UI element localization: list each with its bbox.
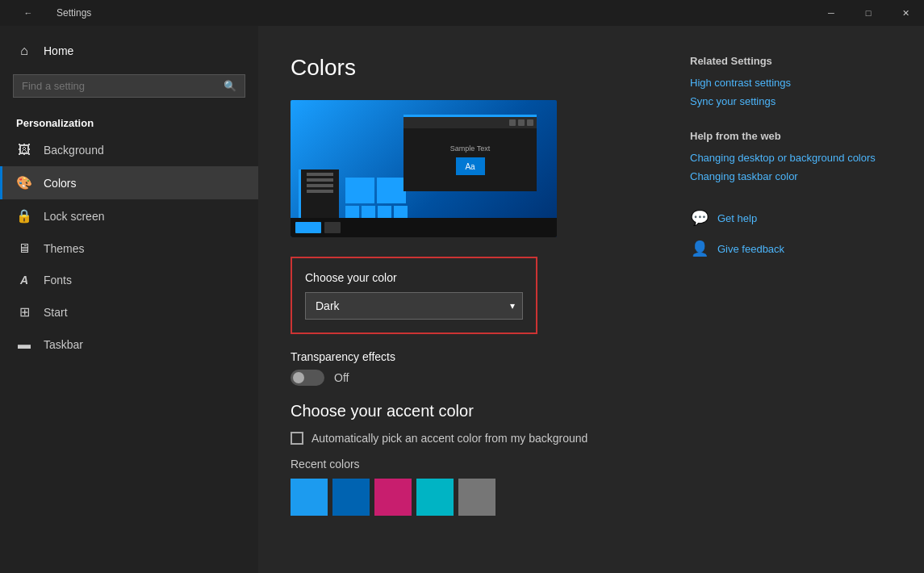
close-button[interactable]: ✕ <box>887 0 924 26</box>
home-icon: ⌂ <box>16 44 32 58</box>
preview-start-lines <box>301 169 339 196</box>
sidebar-item-lock-screen[interactable]: 🔒 Lock screen <box>0 199 258 232</box>
swatch-blue[interactable] <box>291 479 328 516</box>
preview-taskbar <box>291 218 557 237</box>
sidebar-item-colors[interactable]: 🎨 Colors <box>0 166 258 199</box>
swatch-gray[interactable] <box>458 479 495 516</box>
right-panel: Related Settings High contrast settings … <box>690 55 892 557</box>
sidebar-home[interactable]: ⌂ Home <box>0 34 258 68</box>
preview-tiles <box>345 178 410 218</box>
sidebar-section-label: Personalization <box>0 111 258 134</box>
sidebar-item-label: Background <box>44 144 104 157</box>
accent-title: Choose your accent color <box>291 402 658 420</box>
choose-color-section: Choose your color Light Dark Custom ▾ <box>291 257 537 334</box>
transparency-title: Transparency effects <box>291 350 658 363</box>
color-dropdown[interactable]: Light Dark Custom <box>305 292 523 320</box>
search-icon: 🔍 <box>224 80 236 92</box>
fonts-icon: A <box>16 274 32 286</box>
minimize-button[interactable]: ─ <box>813 0 850 26</box>
search-input[interactable] <box>22 80 224 92</box>
maximize-button[interactable]: □ <box>850 0 887 26</box>
help-section-title: Help from the web <box>690 130 892 142</box>
swatch-teal[interactable] <box>416 479 454 516</box>
give-feedback-item[interactable]: 👤 Give feedback <box>690 239 892 258</box>
color-select-wrapper: Light Dark Custom ▾ <box>305 292 523 320</box>
color-swatches <box>291 479 658 516</box>
get-help-item[interactable]: 💬 Get help <box>690 208 892 228</box>
high-contrast-link[interactable]: High contrast settings <box>690 77 892 89</box>
give-feedback-icon: 👤 <box>690 239 709 258</box>
sidebar-item-background[interactable]: 🖼 Background <box>0 134 258 166</box>
transparency-state: Off <box>334 371 349 384</box>
sidebar-item-label: Fonts <box>44 274 72 286</box>
themes-icon: 🖥 <box>16 241 32 256</box>
back-button[interactable]: ← <box>10 0 47 26</box>
changing-desktop-link[interactable]: Changing desktop or background colors <box>690 152 892 164</box>
sidebar-item-label: Lock screen <box>44 210 104 223</box>
sidebar-item-label: Themes <box>44 242 85 255</box>
transparency-section: Transparency effects Off <box>291 350 658 386</box>
get-help-icon: 💬 <box>690 208 709 228</box>
sidebar: ⌂ Home 🔍 Personalization 🖼 Background 🎨 … <box>0 26 258 573</box>
toggle-row: Off <box>291 370 658 386</box>
search-box[interactable]: 🔍 <box>13 74 245 98</box>
sidebar-item-label: Colors <box>44 177 76 190</box>
auto-accent-label: Automatically pick an accent color from … <box>311 432 587 445</box>
app-title: Settings <box>56 7 91 19</box>
window-controls: ─ □ ✕ <box>813 0 924 26</box>
swatch-dark-blue[interactable] <box>332 479 370 516</box>
action-items: 💬 Get help 👤 Give feedback <box>690 208 892 258</box>
page-title: Colors <box>291 55 658 81</box>
recent-colors-label: Recent colors <box>291 458 658 471</box>
accent-section: Choose your accent color Automatically p… <box>291 402 658 516</box>
auto-accent-row: Automatically pick an accent color from … <box>291 432 658 445</box>
preview-aa: Aa <box>456 157 485 175</box>
transparency-toggle[interactable] <box>291 370 324 386</box>
preview-start-panel <box>299 169 339 218</box>
start-icon: ⊞ <box>16 304 32 320</box>
sidebar-item-fonts[interactable]: A Fonts <box>0 265 258 295</box>
taskbar-icon: ▬ <box>16 337 32 352</box>
sidebar-item-start[interactable]: ⊞ Start <box>0 295 258 328</box>
toggle-knob <box>293 372 304 383</box>
home-label: Home <box>44 44 73 57</box>
preview-box: Sample Text Aa <box>291 100 557 237</box>
sidebar-item-label: Taskbar <box>44 338 83 351</box>
sidebar-item-label: Start <box>44 306 68 319</box>
titlebar: ← Settings ─ □ ✕ <box>0 0 924 26</box>
sidebar-item-themes[interactable]: 🖥 Themes <box>0 232 258 265</box>
sync-settings-link[interactable]: Sync your settings <box>690 95 892 107</box>
choose-color-label: Choose your color <box>305 271 523 284</box>
give-feedback-label[interactable]: Give feedback <box>717 243 784 255</box>
content-area: Colors <box>291 55 658 557</box>
background-icon: 🖼 <box>16 143 32 157</box>
sidebar-item-taskbar[interactable]: ▬ Taskbar <box>0 328 258 361</box>
swatch-pink[interactable] <box>374 479 412 516</box>
colors-icon: 🎨 <box>16 175 32 190</box>
main-content: Colors <box>258 26 924 573</box>
related-settings-title: Related Settings <box>690 55 892 67</box>
preview-sample-text: Sample Text <box>450 144 490 153</box>
changing-taskbar-link[interactable]: Changing taskbar color <box>690 170 892 182</box>
app-body: ⌂ Home 🔍 Personalization 🖼 Background 🎨 … <box>0 26 924 573</box>
get-help-label[interactable]: Get help <box>717 212 757 224</box>
preview-dialog: Sample Text Aa <box>403 115 537 191</box>
lock-icon: 🔒 <box>16 208 32 224</box>
auto-accent-checkbox[interactable] <box>291 432 303 445</box>
